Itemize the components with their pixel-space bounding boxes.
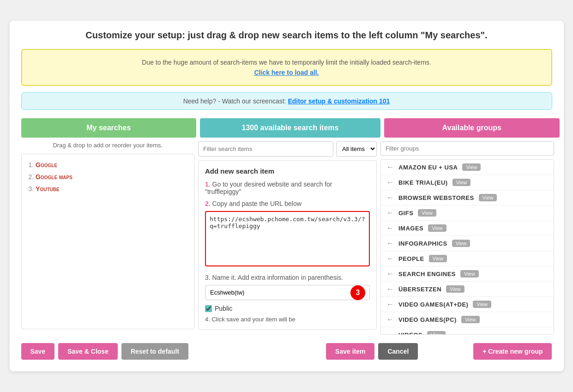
middle-scroll[interactable]: Add new search item 1. Go to your desire… <box>199 161 376 329</box>
main-container: Customize your setup: just drag & drop n… <box>10 21 564 372</box>
filter-search-input[interactable] <box>198 141 333 157</box>
url-textarea[interactable]: https://ecshweb.pchome.com.tw/search/v3.… <box>205 211 370 266</box>
middle-panel: Add new search item 1. Go to your desire… <box>198 160 377 330</box>
view-button[interactable]: View <box>479 194 497 201</box>
arrow-icon: ← <box>386 285 394 293</box>
group-item[interactable]: ← SEARCH ENGINES View <box>381 266 554 282</box>
arrow-icon: ← <box>386 178 394 187</box>
group-item[interactable]: ← VIDEOS View <box>381 327 554 335</box>
help-text: Need help? - Watch our screencast: <box>183 97 286 105</box>
available-groups-column: ← AMAZON EU + USA View ← BIKE TRIAL(EU) … <box>380 141 554 335</box>
my-searches-list[interactable]: 1. Google 2. Google maps 3. Youtube <box>21 154 195 329</box>
arrow-icon: ← <box>386 239 394 247</box>
arrow-icon: ← <box>386 163 394 171</box>
arrow-icon: ← <box>386 224 394 232</box>
arrow-icon: ← <box>386 270 394 278</box>
arrow-icon: ← <box>386 315 394 324</box>
list-item[interactable]: 1. Google <box>29 161 187 169</box>
arrow-icon: ← <box>386 254 394 263</box>
create-group-button[interactable]: + Create new group <box>473 343 552 360</box>
step3-label: 3. Name it. Add extra information in par… <box>205 274 370 281</box>
group-item[interactable]: ← BIKE TRIAL(EU) View <box>381 175 554 190</box>
page-title: Customize your setup: just drag & drop n… <box>21 30 552 41</box>
arrow-icon: ← <box>386 331 394 335</box>
my-searches-header: My searches <box>21 118 197 138</box>
groups-filter-row <box>380 141 554 156</box>
view-button[interactable]: View <box>462 163 481 171</box>
filter-select[interactable]: All items <box>336 141 377 157</box>
view-button[interactable]: View <box>427 331 446 335</box>
drag-hint: Drag & drop to add or reorder your items… <box>21 141 195 150</box>
arrow-icon: ← <box>386 193 394 202</box>
public-checkbox[interactable] <box>205 305 212 312</box>
group-item[interactable]: ← GIFS View <box>381 205 554 221</box>
notice-text: Due to the huge amount of search-items w… <box>142 59 431 66</box>
view-button[interactable]: View <box>452 240 470 247</box>
public-label: Public <box>215 305 232 312</box>
step4-label: 4. Click save and your item will be <box>205 316 370 323</box>
bottom-bar: Save Save & Close Reset to default Save … <box>21 343 552 360</box>
groups-panel[interactable]: ← AMAZON EU + USA View ← BIKE TRIAL(EU) … <box>380 159 554 335</box>
arrow-icon: ← <box>386 209 394 217</box>
view-button[interactable]: View <box>428 224 446 232</box>
name-input[interactable] <box>205 285 370 300</box>
view-button[interactable]: View <box>452 179 471 186</box>
public-check: Public <box>205 305 370 312</box>
group-item[interactable]: ← IMAGES View <box>381 221 554 236</box>
save-close-button[interactable]: Save & Close <box>58 343 118 360</box>
columns-header: My searches 1300 available search items … <box>21 118 552 138</box>
screencast-link[interactable]: Editor setup & customization 101 <box>288 97 390 105</box>
my-searches-column: Drag & drop to add or reorder your items… <box>21 141 195 329</box>
view-button[interactable]: View <box>473 301 491 308</box>
filter-row: All items <box>198 141 377 157</box>
group-item[interactable]: ← VIDEO GAMES(AT+DE) View <box>381 297 554 312</box>
bottom-right: + Create new group <box>434 343 552 360</box>
filter-groups-input[interactable] <box>380 141 554 156</box>
list-item[interactable]: 2. Google maps <box>29 173 187 181</box>
group-item[interactable]: ← ÜBERSETZEN View <box>381 282 554 297</box>
save-item-button[interactable]: Save item <box>326 343 374 360</box>
group-item[interactable]: ← BROWSER WEBSTORES View <box>381 190 554 205</box>
load-all-link[interactable]: Click here to load all. <box>254 69 319 76</box>
bottom-middle: Save item Cancel <box>313 343 431 360</box>
cancel-button[interactable]: Cancel <box>378 343 418 360</box>
notice-box: Due to the huge amount of search-items w… <box>21 49 552 86</box>
list-item[interactable]: 3. Youtube <box>29 185 187 193</box>
available-groups-header: Available groups <box>384 118 560 138</box>
available-items-header: 1300 available search items <box>200 118 380 138</box>
view-button[interactable]: View <box>429 255 447 262</box>
group-item[interactable]: ← VIDEO GAMES(PC) View <box>381 312 554 327</box>
add-item-title: Add new search item <box>205 167 370 175</box>
columns-body: Drag & drop to add or reorder your items… <box>21 141 552 335</box>
group-item[interactable]: ← INFOGRAPHICS View <box>381 236 554 251</box>
group-item[interactable]: ← PEOPLE View <box>381 251 554 266</box>
view-button[interactable]: View <box>460 270 479 277</box>
view-button[interactable]: View <box>461 316 480 323</box>
view-button[interactable]: View <box>446 285 464 293</box>
available-items-column: All items Add new search item 1. Go to y… <box>198 141 377 330</box>
group-item[interactable]: ← AMAZON EU + USA View <box>381 160 554 175</box>
reset-button[interactable]: Reset to default <box>121 343 188 360</box>
step1-label: 1. Go to your desired website and search… <box>205 181 370 195</box>
help-box: Need help? - Watch our screencast: Edito… <box>21 92 552 110</box>
step2-label: 2. Copy and paste the URL below <box>205 200 370 207</box>
arrow-icon: ← <box>386 300 394 308</box>
save-button[interactable]: Save <box>21 343 55 360</box>
view-button[interactable]: View <box>418 209 436 217</box>
